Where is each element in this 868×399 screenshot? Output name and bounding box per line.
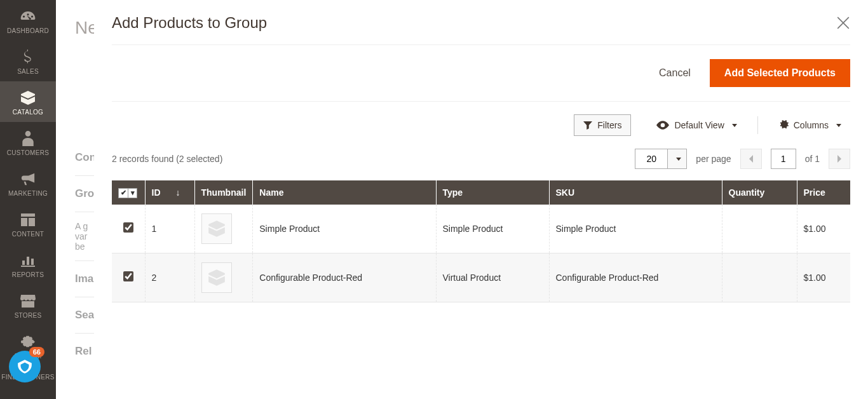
cell-name: Configurable Product-Red [253,253,436,302]
modal-toolbar: Cancel Add Selected Products [112,44,850,102]
col-select-all[interactable]: ✔ ▾ [112,180,145,205]
gear-icon [778,120,789,130]
cancel-button[interactable]: Cancel [655,61,695,85]
chevron-down-icon [836,124,841,127]
filters-label: Filters [597,120,621,130]
modal-title: Add Products to Group [112,14,267,32]
columns-label: Columns [794,120,829,130]
cell-id: 2 [145,253,194,302]
next-page-button[interactable] [829,149,850,169]
separator [757,116,758,134]
cell-type: Simple Product [436,205,549,254]
thumbnail-icon [201,213,232,244]
filters-button[interactable]: Filters [574,114,631,136]
add-selected-button[interactable]: Add Selected Products [710,59,850,87]
person-icon [22,130,34,147]
col-id-label: ID [152,187,161,198]
sidebar-item-label: Catalog [13,109,43,116]
sidebar-item-label: Marketing [8,190,48,197]
sidebar-item-label: Stores [15,312,42,319]
page-total-label: of 1 [805,154,820,164]
chevron-down-icon: ▾ [128,189,137,198]
records-found: 2 records found (2 selected) [112,154,222,164]
default-view-button[interactable]: Default View [648,115,745,135]
cell-sku: Simple Product [549,205,722,254]
sidebar-item-label: Customers [7,149,49,156]
col-sku[interactable]: SKU [549,180,722,205]
pager: per page of 1 [635,149,850,169]
columns-button[interactable]: Columns [770,115,850,135]
check-icon: ✔ [119,189,128,198]
chevron-right-icon [837,155,842,163]
sort-arrow-down-icon: ↓ [175,187,180,198]
sidebar-item-label: Dashboard [7,27,49,34]
table-row[interactable]: 2 Configurable Product-Red Virtual Produ… [112,253,850,302]
sidebar-item-label: Reports [12,271,44,278]
sidebar-item-catalog[interactable]: Catalog [0,81,56,122]
help-bubble[interactable]: 66 [9,351,41,382]
sidebar-item-dashboard[interactable]: Dashboard [0,0,56,41]
admin-sidebar: Dashboard Sales Catalog Customers Market… [0,0,56,399]
cell-id: 1 [145,205,194,254]
sidebar-item-sales[interactable]: Sales [0,41,56,81]
dollar-icon [23,48,33,66]
gauge-icon [20,8,36,25]
bars-icon [21,252,35,269]
col-quantity[interactable]: Quantity [722,180,797,205]
layout-icon [21,211,35,229]
col-id[interactable]: ID ↓ [145,180,194,205]
table-row[interactable]: 1 Simple Product Simple Product Simple P… [112,205,850,254]
cell-qty [722,205,797,254]
add-products-modal: Add Products to Group Cancel Add Selecte… [94,0,868,399]
prev-page-button[interactable] [740,149,762,169]
sidebar-item-label: Sales [17,68,39,75]
cell-name: Simple Product [253,205,436,254]
col-price[interactable]: Price [797,180,850,205]
funnel-icon [583,121,592,130]
close-icon[interactable] [836,16,850,30]
page-input[interactable] [771,149,796,169]
sidebar-item-reports[interactable]: Reports [0,244,56,285]
thumbnail-icon [201,262,232,293]
sidebar-item-label: Content [12,231,44,238]
chevron-down-icon [676,158,681,161]
sidebar-item-marketing[interactable]: Marketing [0,163,56,203]
megaphone-icon [20,170,36,188]
col-type[interactable]: Type [436,180,549,205]
grid-controls: Filters Default View Columns [112,102,850,142]
per-page-input[interactable] [635,149,668,169]
products-grid: ✔ ▾ ID ↓ Thumbnail Name Type SKU Quantit… [112,180,850,302]
sidebar-item-content[interactable]: Content [0,203,56,244]
eye-icon [656,121,669,130]
sidebar-item-customers[interactable]: Customers [0,122,56,163]
per-page-dropdown[interactable] [668,149,687,169]
row-checkbox[interactable] [123,271,133,281]
chevron-left-icon [749,155,754,163]
cell-price: $1.00 [797,253,850,302]
notification-badge: 66 [29,347,44,357]
per-page-label: per page [696,154,731,164]
row-checkbox[interactable] [123,222,133,233]
box-icon [20,89,36,107]
col-thumbnail[interactable]: Thumbnail [194,180,253,205]
cell-price: $1.00 [797,205,850,254]
cell-qty [722,253,797,302]
sidebar-item-stores[interactable]: Stores [0,285,56,325]
chevron-down-icon [732,124,737,127]
cell-sku: Configurable Product-Red [549,253,722,302]
cell-type: Virtual Product [436,253,549,302]
col-name[interactable]: Name [253,180,436,205]
default-view-label: Default View [674,120,724,130]
store-icon [20,292,36,310]
